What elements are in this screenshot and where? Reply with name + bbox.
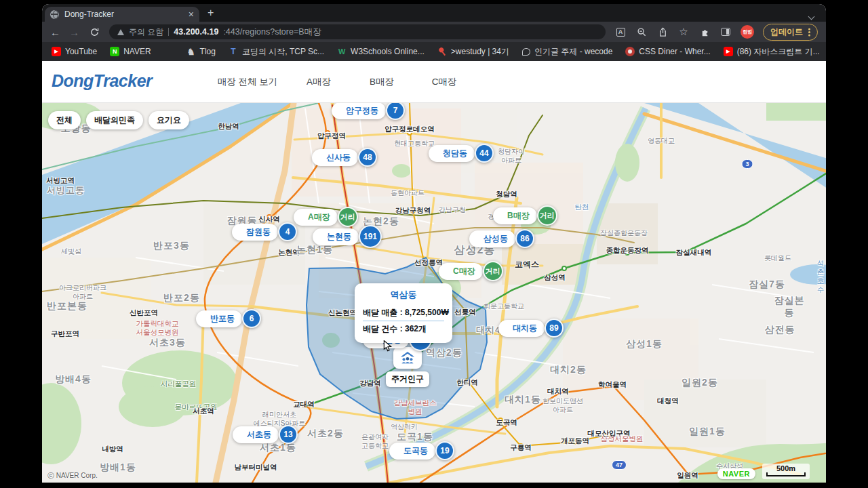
reload-button[interactable] xyxy=(88,26,100,38)
map-label: 잠실종합운동장 xyxy=(600,229,648,238)
map-label: 코엑스 xyxy=(515,260,539,270)
bookmark-label: NAVER xyxy=(123,47,151,56)
marker-count: 19 xyxy=(435,441,454,460)
map-scale-text: 500m xyxy=(776,464,795,472)
dong-marker-대치동[interactable]: 대치동89 xyxy=(509,319,564,338)
nav-item-A매장[interactable]: A매장 xyxy=(307,76,331,88)
marker-name: 압구정동 xyxy=(332,103,386,119)
forward-button[interactable]: → xyxy=(69,27,79,37)
back-button[interactable]: ← xyxy=(50,27,60,37)
tab-search-chevron-icon[interactable] xyxy=(809,9,814,22)
bookmark-item[interactable]: YouTube xyxy=(52,47,97,56)
map-label: 압구정역 xyxy=(317,131,346,140)
map-label: 교대역 xyxy=(293,400,315,409)
road-shield-badge: 47 xyxy=(612,460,627,470)
side-panel-icon[interactable] xyxy=(719,26,732,38)
tooltip-count: 배달 건수 : 362개 xyxy=(363,321,444,337)
map-label: 학여울역 xyxy=(598,380,627,389)
map-label: 서초2동 xyxy=(307,428,344,440)
dong-marker-청담동[interactable]: 청담동44 xyxy=(439,144,494,163)
share-icon[interactable] xyxy=(656,26,669,38)
globe-icon xyxy=(164,47,174,56)
chrome-update-button[interactable]: 업데이트 xyxy=(763,24,818,41)
security-warning-icon[interactable] xyxy=(117,29,124,35)
map-label: 일원1동 xyxy=(689,426,726,438)
bookmark-item[interactable]: Tlog xyxy=(186,47,216,56)
map-label: 반포2동 xyxy=(163,292,200,304)
tab-dong-tracker[interactable]: Dong-Tracker × xyxy=(45,7,199,22)
filter-chip[interactable]: 전체 xyxy=(48,111,81,129)
marker-name: 반포동 xyxy=(196,310,242,327)
site-header: DongTracker 매장 전체 보기A매장B매장C매장 xyxy=(42,61,826,103)
map-container: 전체배달의민족요기요 역삼동 배달 매출 : 8,725,500₩ 배달 건수 … xyxy=(42,103,826,483)
new-tab-button[interactable]: + xyxy=(208,7,214,19)
dong-marker-도곡동[interactable]: 도곡동19 xyxy=(399,441,454,460)
map-label: 석촌호수 xyxy=(817,259,825,295)
store-marker-A매장[interactable]: A매장거리 xyxy=(304,207,358,227)
bookmark-label: 코딩의 시작, TCP Sc... xyxy=(242,46,324,58)
dong-marker-신사동[interactable]: 신사동48 xyxy=(322,148,377,167)
tab-favicon-globe-icon xyxy=(50,10,59,19)
population-label: 주거인구 xyxy=(386,371,429,387)
dong-marker-삼성동[interactable]: 삼성동86 xyxy=(479,229,534,248)
naver-brand-badge: NAVER xyxy=(717,468,755,479)
nav-item-C매장[interactable]: C매장 xyxy=(432,76,457,88)
nav-item-all-stores[interactable]: 매장 전체 보기 xyxy=(218,76,278,88)
map-label: 서리풀공원 xyxy=(161,380,197,388)
map-label: 탄천 xyxy=(575,203,589,211)
dong-marker-반포동[interactable]: 반포동6 xyxy=(206,309,261,328)
marker-name: 논현동 xyxy=(313,228,359,245)
dong-marker-잠원동[interactable]: 잠원동4 xyxy=(242,222,297,241)
bookmark-item[interactable]: >westudy | 34기 xyxy=(437,46,509,58)
filter-chip[interactable]: 요기요 xyxy=(149,111,189,129)
map-label: 선릉역 xyxy=(454,308,476,317)
dong-marker-서초동[interactable]: 서초동13 xyxy=(243,425,298,444)
bookmark-label: (86) 자바스크립트 기... xyxy=(737,46,820,58)
bookmark-item[interactable]: CSS Diner - Wher... xyxy=(625,47,710,56)
store-marker-C매장[interactable]: C매장거리 xyxy=(449,261,503,281)
translate-icon[interactable]: A xyxy=(614,26,627,38)
profile-avatar[interactable]: 현범 xyxy=(741,25,754,39)
tab-close-icon[interactable]: × xyxy=(189,9,194,19)
map-label: 반포본동 xyxy=(47,300,87,312)
map-label: 대청역 xyxy=(657,396,679,405)
map-label: 삼전동 xyxy=(765,324,795,336)
dong-marker-압구정동[interactable]: 압구정동7 xyxy=(342,103,405,120)
map-label: 구반포역 xyxy=(51,329,79,338)
zoom-icon[interactable] xyxy=(635,26,648,38)
map-label: 방배4동 xyxy=(55,373,92,386)
map-label: 신논현역 xyxy=(328,308,357,317)
bookmark-label: >westudy | 34기 xyxy=(451,46,509,58)
dong-marker-논현동[interactable]: 논현동191 xyxy=(323,225,382,248)
filter-chip[interactable]: 배달의민족 xyxy=(86,111,143,129)
bookmark-item[interactable]: NAVER xyxy=(110,47,151,56)
bookmark-item[interactable] xyxy=(164,47,174,56)
map-label: 아크로리버파크 아파트 xyxy=(59,284,106,301)
letter-t-blue-icon xyxy=(229,47,238,56)
population-marker[interactable]: 주거인구 xyxy=(386,347,429,387)
map-label: 한티역 xyxy=(456,378,478,387)
map-label: 도곡역 xyxy=(496,418,517,427)
nav-item-B매장[interactable]: B매장 xyxy=(370,76,394,88)
store-marker-B매장[interactable]: B매장거리 xyxy=(503,205,557,226)
extensions-puzzle-icon[interactable] xyxy=(698,26,711,38)
bookmark-item[interactable]: W3Schools Online... xyxy=(337,47,425,56)
map-label: 강남구청역 xyxy=(395,206,431,215)
marker-name: 서초동 xyxy=(233,426,279,443)
bookmark-item[interactable]: 인기글 주제 - wecode xyxy=(522,46,612,58)
bookmark-item[interactable]: (86) 자바스크립트 기... xyxy=(724,46,820,58)
bookmark-star-icon[interactable]: ☆ xyxy=(677,26,690,38)
map-label: 삼성역 xyxy=(544,273,566,282)
menu-kebab-icon[interactable] xyxy=(808,31,810,33)
marker-name: 청담동 xyxy=(429,145,475,162)
site-logo[interactable]: DongTracker xyxy=(52,71,152,91)
address-bar[interactable]: 주의 요함 43.200.4.19 :443/regions?store=B매장 xyxy=(109,24,606,39)
bookmark-item[interactable]: 코딩의 시작, TCP Sc... xyxy=(229,46,324,58)
browser-window: Dong-Tracker × + ← → 주의 요함 43.200.4.19 :… xyxy=(42,4,826,483)
map-label: 선정릉역 xyxy=(414,258,443,267)
bookmark-label: CSS Diner - Wher... xyxy=(639,47,710,56)
mouse-cursor-icon xyxy=(383,340,393,352)
map-label: 은광여자 고등학교 xyxy=(361,433,389,450)
filter-chips: 전체배달의민족요기요 xyxy=(48,111,189,129)
store-badge: 거리 xyxy=(483,261,503,281)
